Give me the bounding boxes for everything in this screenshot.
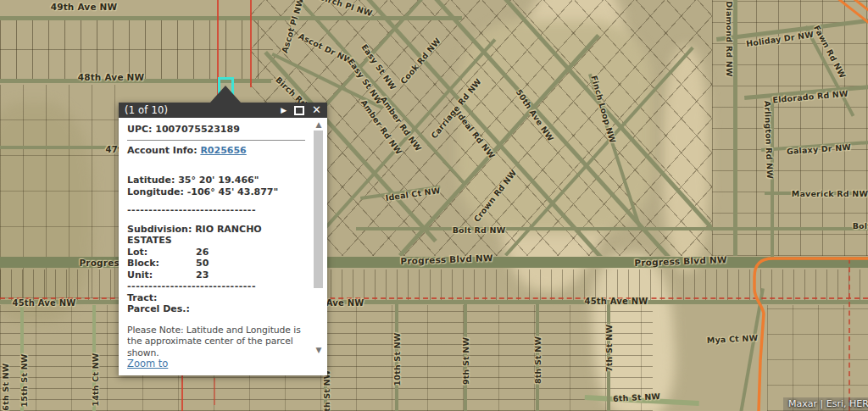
latitude-row: Latitude: 35° 20' 19.466" bbox=[127, 175, 305, 186]
account-row: Account Info: R025656 bbox=[127, 145, 305, 157]
unit-value: 23 bbox=[196, 269, 209, 281]
scroll-down-icon[interactable]: ▼ bbox=[313, 346, 325, 354]
street-label: Finch Loop NW bbox=[589, 75, 617, 144]
scroll-up-icon[interactable]: ▲ bbox=[313, 120, 325, 129]
scrollbar-thumb[interactable] bbox=[314, 131, 323, 288]
street-label: Mya Ct NW bbox=[707, 333, 759, 345]
latitude-value: 35° 20' 19.466" bbox=[178, 175, 259, 186]
longitude-row: Longitude: -106° 45' 43.877" bbox=[127, 186, 305, 198]
next-feature-icon[interactable]: ▶ bbox=[281, 103, 287, 118]
street-label: Ascot Pl NW bbox=[280, 0, 305, 54]
street-label: 45th Ave NW bbox=[12, 298, 75, 308]
map-attribution: Maxar | Esri, HERE bbox=[783, 397, 868, 411]
parcel-info-popup: (1 of 10) ▶ ✕ UPC: 1007075523189 Account… bbox=[119, 103, 327, 375]
note-text: Please Note: Latitude and Longitude is t… bbox=[127, 325, 313, 359]
street-label: Ideal Rd NW bbox=[454, 109, 497, 160]
street-label: Maverick Rd NW bbox=[792, 189, 868, 198]
subdivision-row: Subdivision: RIO RANCHO ESTATES bbox=[127, 224, 280, 247]
lot-value: 26 bbox=[196, 247, 209, 258]
block-label: Block: bbox=[127, 258, 196, 269]
unit-label: Unit: bbox=[127, 269, 196, 281]
street-label: 15th St NW bbox=[19, 354, 29, 408]
street-label: 14th Ct NW bbox=[91, 353, 100, 406]
street-label: Crown Rd NW bbox=[472, 168, 519, 224]
popup-body: UPC: 1007075523189 Account Info: R025656… bbox=[119, 118, 327, 375]
street-label: Galaxy Dr NW bbox=[787, 142, 852, 156]
street-label: Birch Pl NW bbox=[318, 0, 373, 18]
street-label: 50th Ave NW bbox=[514, 87, 555, 142]
street-label: 6th St NW bbox=[613, 392, 661, 403]
upc-label: UPC: bbox=[127, 124, 152, 135]
street-label: 9th St NW bbox=[461, 337, 470, 385]
street-label: Cook Rd NW bbox=[398, 36, 442, 86]
account-link[interactable]: R025656 bbox=[200, 145, 246, 156]
zoom-to-link[interactable]: Zoom to bbox=[127, 358, 168, 369]
popup-anchor-arrow bbox=[210, 86, 241, 103]
upc-value: 1007075523189 bbox=[155, 124, 240, 135]
street-label: Diamond Rd NW bbox=[725, 1, 734, 76]
street-label: Ascot Dr NW bbox=[297, 31, 353, 65]
tract-row: Tract: bbox=[127, 292, 305, 304]
street-label: 48th Ave NW bbox=[78, 72, 145, 82]
divider bbox=[127, 140, 305, 141]
popup-header[interactable]: (1 of 10) ▶ ✕ bbox=[119, 103, 327, 118]
street-label: 8th St NW bbox=[533, 336, 542, 384]
street-label: Holiday Dr NW bbox=[745, 30, 814, 48]
separator-text: ------------------------------ bbox=[127, 204, 305, 216]
street-label: 16th St NW bbox=[1, 364, 10, 411]
close-icon[interactable]: ✕ bbox=[312, 103, 321, 118]
latitude-label: Latitude: bbox=[127, 175, 175, 186]
upc-row: UPC: 1007075523189 bbox=[127, 124, 305, 136]
street-label: 49th Ave NW bbox=[51, 2, 118, 12]
parcel-des-row: Parcel Des.: bbox=[127, 303, 305, 315]
longitude-value: -106° 45' 43.877" bbox=[187, 186, 279, 197]
street-label: Eldorado Rd NW bbox=[772, 89, 849, 105]
lot-label: Lot: bbox=[127, 247, 196, 258]
account-label: Account Info: bbox=[127, 145, 198, 156]
street-label: Progress Blvd NW bbox=[400, 253, 493, 266]
street-label: 45th Ave NW bbox=[584, 297, 648, 306]
street-label: 10th St NW bbox=[392, 333, 402, 386]
street-label: 7th St NW bbox=[604, 325, 614, 372]
street-label: Bolt Rd NW bbox=[453, 225, 506, 235]
block-row: Block: 50 bbox=[127, 258, 305, 269]
lot-row: Lot: 26 bbox=[127, 247, 305, 258]
block-value: 50 bbox=[196, 258, 209, 269]
maximize-icon[interactable] bbox=[294, 106, 304, 115]
street-label: Arlington Rd NW bbox=[763, 101, 775, 179]
popup-scrollbar[interactable]: ▲ ▼ bbox=[313, 120, 325, 369]
map-application-window: 49th Ave NW48th Ave NW47th Ave NWBirch P… bbox=[0, 0, 868, 411]
unit-row: Unit: 23 bbox=[127, 269, 305, 281]
popup-paging-title: (1 of 10) bbox=[125, 104, 273, 116]
street-label: Ideal Ct NW bbox=[385, 186, 441, 203]
longitude-label: Longitude: bbox=[127, 186, 184, 197]
street-label: Fawn Rd NW bbox=[812, 24, 848, 80]
street-label: 11th St NW bbox=[322, 370, 331, 411]
street-label: Bolt Rd NW bbox=[853, 221, 868, 230]
separator-text: ------------------------------ bbox=[127, 280, 305, 292]
zoom-to-row: Zoom to bbox=[127, 358, 305, 370]
street-label: Progress Blvd NW bbox=[634, 254, 727, 268]
